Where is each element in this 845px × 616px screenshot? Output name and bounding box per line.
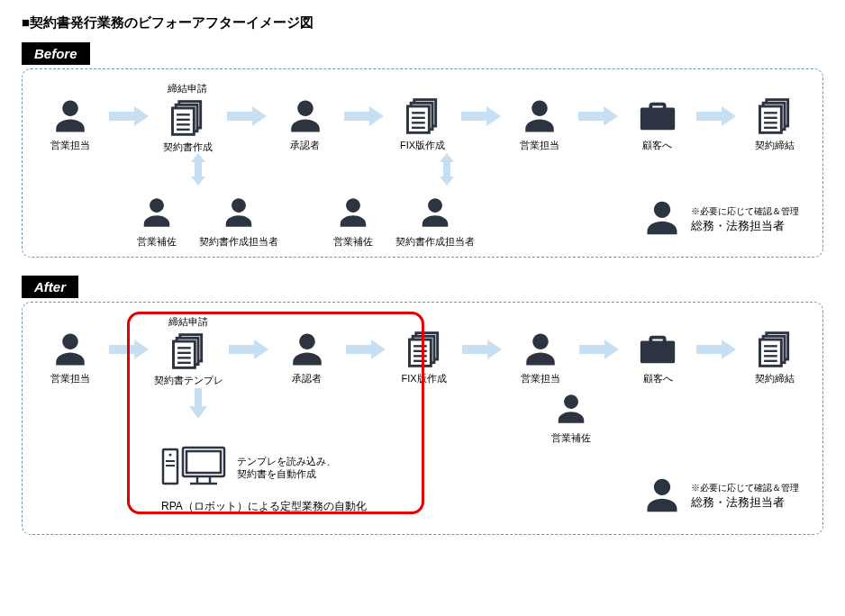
node-doc-signed: 契約締結 xyxy=(741,82,808,151)
before-note: ※必要に応じて確認＆管理 総務・法務担当者 xyxy=(642,198,799,240)
arrow-icon xyxy=(109,95,149,138)
person-icon xyxy=(49,328,92,371)
double-arrow-icon xyxy=(177,153,220,186)
person-icon xyxy=(519,328,562,371)
arrow-icon xyxy=(696,328,736,371)
arrow-icon xyxy=(696,95,736,138)
documents-icon xyxy=(753,328,796,371)
node-sales-1: 営業担当 xyxy=(37,315,104,385)
arrow-icon xyxy=(461,95,501,138)
arrow-icon xyxy=(578,95,618,138)
documents-icon xyxy=(401,95,444,138)
after-label: After xyxy=(22,276,78,298)
person-icon xyxy=(642,476,682,518)
node-customer: 顧客へ xyxy=(623,82,690,151)
person-icon xyxy=(49,95,92,138)
before-panel: 営業担当 締結申請 契約書作成 承認者 xyxy=(22,68,823,258)
node-doc-signed: 契約締結 xyxy=(741,315,808,385)
person-icon xyxy=(135,191,178,234)
node-approver: 承認者 xyxy=(272,82,339,151)
node-assist-2b: 契約書作成担当者 xyxy=(390,191,480,248)
node-assist-1b: 契約書作成担当者 xyxy=(194,191,284,248)
double-arrow-icon xyxy=(425,153,468,186)
arrow-icon xyxy=(579,328,619,371)
person-icon xyxy=(332,191,375,234)
after-note: ※必要に応じて確認＆管理 総務・法務担当者 xyxy=(642,476,799,518)
page-title: ■契約書発行業務のビフォーアフターイメージ図 xyxy=(22,14,823,32)
briefcase-icon xyxy=(636,328,679,371)
person-icon xyxy=(550,387,593,430)
arrow-icon xyxy=(462,328,502,371)
after-panel: 営業担当 締結申請 契約書テンプレ 承認者 FIX版作成 営業担当 xyxy=(22,302,823,534)
node-sales-2: 営業担当 xyxy=(506,82,573,151)
documents-icon xyxy=(753,95,796,138)
before-flow: 営業担当 締結申請 契約書作成 承認者 xyxy=(37,82,808,153)
node-after-assist: 営業補佐 xyxy=(534,387,608,444)
briefcase-icon xyxy=(636,95,679,138)
node-sales-1: 営業担当 xyxy=(37,82,104,151)
node-assist-2a: 営業補佐 xyxy=(322,191,385,248)
node-customer: 顧客へ xyxy=(624,315,691,385)
before-label: Before xyxy=(22,42,90,65)
person-icon xyxy=(413,191,457,234)
node-doc-fix: FIX版作成 xyxy=(389,82,456,151)
person-icon xyxy=(518,95,561,138)
person-icon xyxy=(642,198,682,240)
node-sales-2: 営業担当 xyxy=(507,315,574,385)
rpa-highlight-box xyxy=(127,312,424,514)
arrow-icon xyxy=(227,95,267,138)
arrow-icon xyxy=(344,95,384,138)
node-doc-create: 締結申請 契約書作成 xyxy=(154,82,221,153)
person-icon xyxy=(284,95,327,138)
documents-icon xyxy=(166,96,209,140)
node-assist-1a: 営業補佐 xyxy=(125,191,188,248)
person-icon xyxy=(217,191,260,234)
